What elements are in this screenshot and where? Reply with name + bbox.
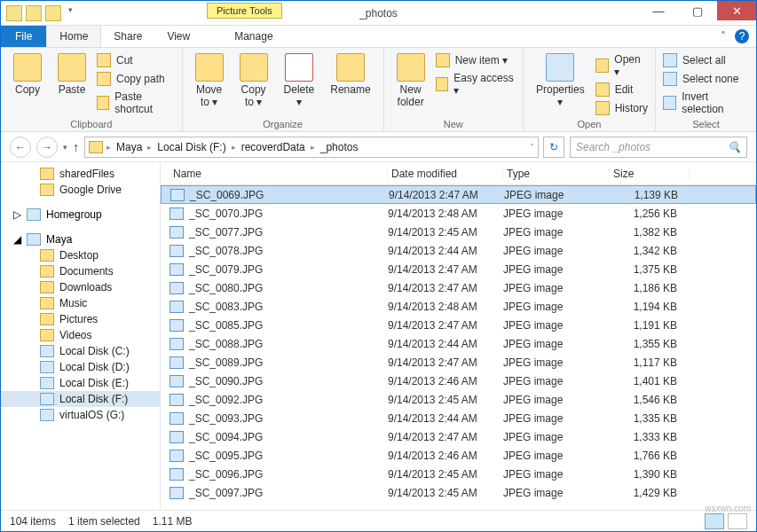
address-dropdown-icon[interactable]: ˅	[530, 143, 534, 152]
file-row[interactable]: _SC_0083.JPG9/14/2013 2:48 AMJPEG image1…	[161, 297, 756, 316]
select-none-button[interactable]: Select none	[663, 70, 749, 88]
tree-item[interactable]: virtualOS (G:)	[1, 407, 160, 423]
tree-item[interactable]: Desktop	[1, 247, 160, 263]
col-name[interactable]: Name	[170, 168, 388, 180]
help-icon[interactable]: ?	[735, 29, 749, 43]
contextual-tab[interactable]: Picture Tools	[207, 3, 282, 19]
thumbnails-view-button[interactable]	[728, 513, 747, 529]
details-view-button[interactable]	[705, 513, 724, 529]
properties-button[interactable]: Properties ▾	[531, 51, 590, 117]
file-row[interactable]: _SC_0090.JPG9/14/2013 2:46 AMJPEG image1…	[161, 372, 756, 390]
refresh-button[interactable]: ↻	[543, 137, 564, 158]
file-date: 9/14/2013 2:48 AM	[388, 207, 503, 220]
expand-icon[interactable]: ▷	[13, 208, 21, 221]
file-row[interactable]: _SC_0088.JPG9/14/2013 2:44 AMJPEG image1…	[161, 334, 756, 353]
chevron-right-icon[interactable]: ▸	[311, 143, 315, 152]
homegroup-icon	[27, 208, 41, 221]
tree-item[interactable]: Videos	[1, 327, 160, 343]
copy-button[interactable]: Copy	[8, 51, 47, 117]
file-row[interactable]: _SC_0093.JPG9/14/2013 2:44 AMJPEG image1…	[161, 409, 756, 427]
minimize-button[interactable]: —	[639, 1, 678, 20]
file-row[interactable]: _SC_0097.JPG9/14/2013 2:45 AMJPEG image1…	[161, 483, 756, 502]
back-button[interactable]: ←	[10, 137, 31, 158]
file-row[interactable]: _SC_0085.JPG9/14/2013 2:47 AMJPEG image1…	[161, 316, 756, 334]
qat-dropdown-icon[interactable]: ▾	[65, 5, 76, 21]
cut-button[interactable]: Cut	[97, 51, 175, 69]
open-button[interactable]: Open ▾	[595, 51, 648, 80]
file-type: JPEG image	[503, 338, 610, 350]
maximize-button[interactable]: ▢	[678, 1, 717, 20]
invert-selection-button[interactable]: Invert selection	[663, 89, 749, 117]
home-tab[interactable]: Home	[46, 26, 101, 47]
file-date: 9/14/2013 2:44 AM	[388, 338, 503, 350]
file-size: 1,335 KB	[610, 412, 690, 425]
chevron-right-icon[interactable]: ▸	[232, 143, 236, 152]
copy-path-button[interactable]: Copy path	[97, 70, 175, 88]
col-type[interactable]: Type	[503, 168, 610, 180]
file-list[interactable]: _SC_0069.JPG9/14/2013 2:47 AMJPEG image1…	[161, 185, 756, 510]
qat-icon[interactable]	[6, 5, 22, 21]
tree-item[interactable]: Local Disk (E:)	[1, 375, 160, 391]
paste-button[interactable]: Paste	[52, 51, 91, 117]
breadcrumb-item[interactable]: Maya	[113, 141, 146, 153]
manage-tab[interactable]: Manage	[222, 26, 285, 47]
search-input[interactable]: Search _photos 🔍	[570, 137, 747, 158]
file-row[interactable]: _SC_0070.JPG9/14/2013 2:48 AMJPEG image1…	[161, 204, 756, 223]
tree-item[interactable]: Google Drive	[1, 182, 160, 198]
forward-button[interactable]: →	[36, 137, 58, 158]
tree-item[interactable]: Music	[1, 295, 160, 311]
paste-shortcut-button[interactable]: Paste shortcut	[97, 89, 175, 117]
col-size[interactable]: Size	[610, 168, 690, 180]
tree-item[interactable]: Local Disk (D:)	[1, 359, 160, 375]
easy-access-button[interactable]: Easy access ▾	[436, 70, 516, 98]
file-row[interactable]: _SC_0077.JPG9/14/2013 2:45 AMJPEG image1…	[161, 223, 756, 241]
up-button[interactable]: ↑	[73, 140, 79, 154]
qat-icon[interactable]	[26, 5, 42, 21]
breadcrumb-item[interactable]: recoverdData	[238, 141, 309, 153]
file-row[interactable]: _SC_0096.JPG9/14/2013 2:45 AMJPEG image1…	[161, 465, 756, 483]
new-item-button[interactable]: New item ▾	[436, 51, 516, 69]
delete-button[interactable]: Delete ▾	[279, 51, 320, 110]
file-row[interactable]: _SC_0092.JPG9/14/2013 2:45 AMJPEG image1…	[161, 390, 756, 409]
breadcrumb-item[interactable]: _photos	[317, 141, 362, 153]
copy-to-button[interactable]: Copy to ▾	[234, 51, 273, 110]
breadcrumb-item[interactable]: Local Disk (F:)	[154, 141, 229, 153]
move-to-button[interactable]: Move to ▾	[190, 51, 229, 110]
rename-button[interactable]: Rename	[325, 51, 375, 110]
tree-item[interactable]: Pictures	[1, 311, 160, 327]
file-row[interactable]: _SC_0089.JPG9/14/2013 2:47 AMJPEG image1…	[161, 353, 756, 372]
tree-item[interactable]: Documents	[1, 263, 160, 279]
minimize-ribbon-icon[interactable]: ˄	[721, 30, 726, 43]
history-button[interactable]: History	[595, 99, 648, 117]
collapse-icon[interactable]: ◢	[13, 233, 21, 246]
edit-button[interactable]: Edit	[595, 81, 648, 98]
chevron-right-icon[interactable]: ▸	[106, 143, 111, 152]
close-button[interactable]: ✕	[717, 1, 756, 20]
share-tab[interactable]: Share	[101, 26, 154, 47]
tree-item[interactable]: Downloads	[1, 279, 160, 295]
navigation-pane[interactable]: sharedFiles Google Drive ▷Homegroup ◢May…	[1, 162, 161, 510]
tree-item-computer[interactable]: ◢Maya	[1, 230, 160, 247]
view-tab[interactable]: View	[154, 26, 202, 47]
recent-locations-icon[interactable]: ▾	[63, 143, 67, 152]
new-folder-button[interactable]: New folder	[391, 51, 430, 110]
location-icon	[89, 141, 103, 153]
file-row[interactable]: _SC_0080.JPG9/14/2013 2:47 AMJPEG image1…	[161, 278, 756, 297]
tree-item-homegroup[interactable]: ▷Homegroup	[1, 205, 160, 223]
tree-item[interactable]: Local Disk (C:)	[1, 343, 160, 359]
qat-icon[interactable]	[45, 5, 61, 21]
file-row[interactable]: _SC_0095.JPG9/14/2013 2:46 AMJPEG image1…	[161, 446, 756, 465]
chevron-right-icon[interactable]: ▸	[147, 143, 152, 152]
image-file-icon	[170, 189, 185, 201]
file-row[interactable]: _SC_0094.JPG9/14/2013 2:47 AMJPEG image1…	[161, 427, 756, 446]
tree-item[interactable]: sharedFiles	[1, 166, 160, 182]
file-row[interactable]: _SC_0079.JPG9/14/2013 2:47 AMJPEG image1…	[161, 260, 756, 278]
status-bar: 104 items 1 item selected 1.11 MB	[1, 510, 756, 531]
select-all-button[interactable]: Select all	[663, 51, 749, 69]
file-tab[interactable]: File	[1, 26, 46, 47]
tree-item[interactable]: Local Disk (F:)	[1, 391, 160, 407]
file-row[interactable]: _SC_0069.JPG9/14/2013 2:47 AMJPEG image1…	[161, 185, 756, 204]
col-date[interactable]: Date modified	[388, 168, 503, 180]
address-bar[interactable]: ▸ Maya ▸ Local Disk (F:) ▸ recoverdData …	[84, 137, 539, 158]
file-row[interactable]: _SC_0078.JPG9/14/2013 2:44 AMJPEG image1…	[161, 241, 756, 260]
